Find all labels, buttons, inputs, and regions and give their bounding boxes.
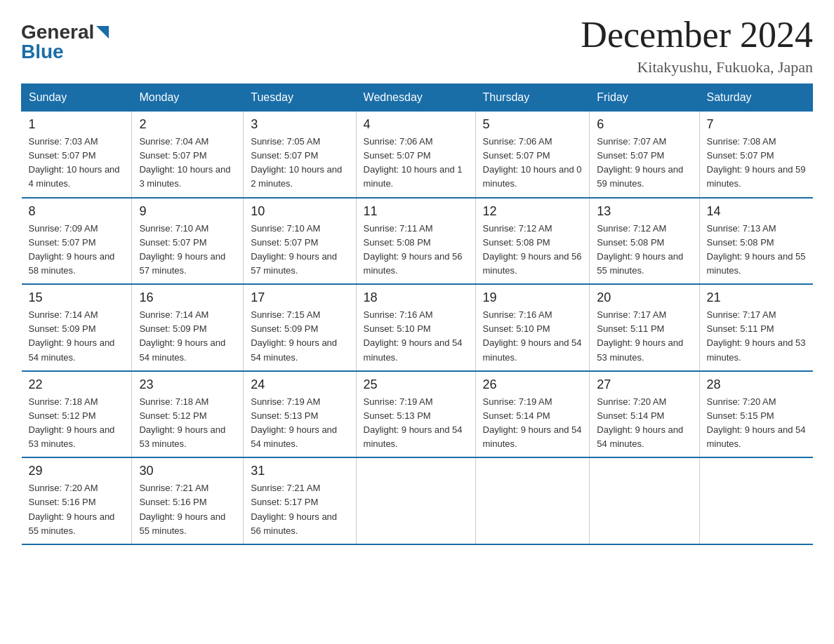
day-info: Sunrise: 7:21 AMSunset: 5:16 PMDaylight:… [139, 481, 236, 538]
table-row: 30Sunrise: 7:21 AMSunset: 5:16 PMDayligh… [132, 457, 244, 544]
calendar-week-row: 22Sunrise: 7:18 AMSunset: 5:12 PMDayligh… [22, 371, 813, 458]
table-row: 4Sunrise: 7:06 AMSunset: 5:07 PMDaylight… [356, 112, 475, 198]
day-info: Sunrise: 7:15 AMSunset: 5:09 PMDaylight:… [251, 308, 348, 365]
table-row: 3Sunrise: 7:05 AMSunset: 5:07 PMDaylight… [244, 112, 356, 198]
table-row: 23Sunrise: 7:18 AMSunset: 5:12 PMDayligh… [132, 371, 244, 458]
day-number: 1 [29, 117, 125, 132]
day-info: Sunrise: 7:12 AMSunset: 5:08 PMDaylight:… [483, 222, 583, 279]
day-number: 25 [364, 377, 468, 392]
table-row: 1Sunrise: 7:03 AMSunset: 5:07 PMDaylight… [22, 112, 132, 198]
logo: General Blue [21, 14, 109, 63]
day-number: 16 [139, 290, 236, 305]
day-info: Sunrise: 7:06 AMSunset: 5:07 PMDaylight:… [483, 135, 583, 192]
day-info: Sunrise: 7:21 AMSunset: 5:17 PMDaylight:… [251, 481, 348, 538]
day-number: 8 [29, 204, 125, 219]
day-number: 23 [139, 377, 236, 392]
table-row [356, 457, 475, 544]
day-info: Sunrise: 7:17 AMSunset: 5:11 PMDaylight:… [597, 308, 691, 365]
table-row: 29Sunrise: 7:20 AMSunset: 5:16 PMDayligh… [22, 457, 132, 544]
calendar-title: December 2024 [581, 14, 813, 55]
table-row [699, 457, 812, 544]
day-info: Sunrise: 7:03 AMSunset: 5:07 PMDaylight:… [29, 135, 125, 192]
table-row: 9Sunrise: 7:10 AMSunset: 5:07 PMDaylight… [132, 198, 244, 285]
day-number: 19 [483, 290, 583, 305]
col-tuesday: Tuesday [244, 84, 356, 112]
day-number: 21 [707, 290, 806, 305]
day-number: 20 [597, 290, 691, 305]
table-row: 2Sunrise: 7:04 AMSunset: 5:07 PMDaylight… [132, 112, 244, 198]
calendar-week-row: 15Sunrise: 7:14 AMSunset: 5:09 PMDayligh… [22, 284, 813, 371]
day-number: 2 [139, 117, 236, 132]
day-number: 3 [251, 117, 348, 132]
table-row: 17Sunrise: 7:15 AMSunset: 5:09 PMDayligh… [244, 284, 356, 371]
table-row: 21Sunrise: 7:17 AMSunset: 5:11 PMDayligh… [699, 284, 812, 371]
table-row: 25Sunrise: 7:19 AMSunset: 5:13 PMDayligh… [356, 371, 475, 458]
day-number: 6 [597, 117, 691, 132]
table-row: 22Sunrise: 7:18 AMSunset: 5:12 PMDayligh… [22, 371, 132, 458]
table-row: 15Sunrise: 7:14 AMSunset: 5:09 PMDayligh… [22, 284, 132, 371]
day-info: Sunrise: 7:07 AMSunset: 5:07 PMDaylight:… [597, 135, 691, 192]
day-info: Sunrise: 7:12 AMSunset: 5:08 PMDaylight:… [597, 222, 691, 279]
calendar-table: Sunday Monday Tuesday Wednesday Thursday… [21, 83, 813, 545]
day-info: Sunrise: 7:18 AMSunset: 5:12 PMDaylight:… [139, 395, 236, 452]
table-row: 5Sunrise: 7:06 AMSunset: 5:07 PMDaylight… [475, 112, 590, 198]
day-number: 11 [364, 204, 468, 219]
day-info: Sunrise: 7:20 AMSunset: 5:16 PMDaylight:… [29, 481, 125, 538]
day-number: 27 [597, 377, 691, 392]
col-thursday: Thursday [475, 84, 590, 112]
table-row: 10Sunrise: 7:10 AMSunset: 5:07 PMDayligh… [244, 198, 356, 285]
day-number: 10 [251, 204, 348, 219]
day-number: 31 [251, 464, 348, 478]
day-number: 4 [364, 117, 468, 132]
day-number: 22 [29, 377, 125, 392]
day-info: Sunrise: 7:08 AMSunset: 5:07 PMDaylight:… [707, 135, 806, 192]
day-info: Sunrise: 7:09 AMSunset: 5:07 PMDaylight:… [29, 222, 125, 279]
table-row: 7Sunrise: 7:08 AMSunset: 5:07 PMDaylight… [699, 112, 812, 198]
day-info: Sunrise: 7:18 AMSunset: 5:12 PMDaylight:… [29, 395, 125, 452]
table-row: 27Sunrise: 7:20 AMSunset: 5:14 PMDayligh… [590, 371, 699, 458]
day-number: 28 [707, 377, 806, 392]
day-info: Sunrise: 7:20 AMSunset: 5:15 PMDaylight:… [707, 395, 806, 452]
day-info: Sunrise: 7:17 AMSunset: 5:11 PMDaylight:… [707, 308, 806, 365]
col-sunday: Sunday [22, 84, 132, 112]
table-row: 18Sunrise: 7:16 AMSunset: 5:10 PMDayligh… [356, 284, 475, 371]
table-row [590, 457, 699, 544]
day-info: Sunrise: 7:16 AMSunset: 5:10 PMDaylight:… [364, 308, 468, 365]
page-header: General Blue December 2024 Kitakyushu, F… [21, 14, 813, 76]
day-number: 17 [251, 290, 348, 305]
calendar-subtitle: Kitakyushu, Fukuoka, Japan [581, 58, 813, 76]
calendar-week-row: 29Sunrise: 7:20 AMSunset: 5:16 PMDayligh… [22, 457, 813, 544]
table-row [475, 457, 590, 544]
day-info: Sunrise: 7:11 AMSunset: 5:08 PMDaylight:… [364, 222, 468, 279]
day-info: Sunrise: 7:10 AMSunset: 5:07 PMDaylight:… [251, 222, 348, 279]
day-number: 15 [29, 290, 125, 305]
day-number: 7 [707, 117, 806, 132]
calendar-week-row: 1Sunrise: 7:03 AMSunset: 5:07 PMDaylight… [22, 112, 813, 198]
table-row: 19Sunrise: 7:16 AMSunset: 5:10 PMDayligh… [475, 284, 590, 371]
day-number: 5 [483, 117, 583, 132]
day-number: 18 [364, 290, 468, 305]
day-number: 13 [597, 204, 691, 219]
day-number: 30 [139, 464, 236, 478]
table-row: 20Sunrise: 7:17 AMSunset: 5:11 PMDayligh… [590, 284, 699, 371]
day-info: Sunrise: 7:19 AMSunset: 5:13 PMDaylight:… [364, 395, 468, 452]
table-row: 14Sunrise: 7:13 AMSunset: 5:08 PMDayligh… [699, 198, 812, 285]
table-row: 31Sunrise: 7:21 AMSunset: 5:17 PMDayligh… [244, 457, 356, 544]
day-info: Sunrise: 7:13 AMSunset: 5:08 PMDaylight:… [707, 222, 806, 279]
day-number: 12 [483, 204, 583, 219]
day-number: 9 [139, 204, 236, 219]
day-info: Sunrise: 7:19 AMSunset: 5:13 PMDaylight:… [251, 395, 348, 452]
table-row: 8Sunrise: 7:09 AMSunset: 5:07 PMDaylight… [22, 198, 132, 285]
day-info: Sunrise: 7:16 AMSunset: 5:10 PMDaylight:… [483, 308, 583, 365]
day-info: Sunrise: 7:20 AMSunset: 5:14 PMDaylight:… [597, 395, 691, 452]
day-info: Sunrise: 7:14 AMSunset: 5:09 PMDaylight:… [29, 308, 125, 365]
day-number: 29 [29, 464, 125, 478]
col-wednesday: Wednesday [356, 84, 475, 112]
day-info: Sunrise: 7:04 AMSunset: 5:07 PMDaylight:… [139, 135, 236, 192]
calendar-week-row: 8Sunrise: 7:09 AMSunset: 5:07 PMDaylight… [22, 198, 813, 285]
day-info: Sunrise: 7:14 AMSunset: 5:09 PMDaylight:… [139, 308, 236, 365]
table-row: 26Sunrise: 7:19 AMSunset: 5:14 PMDayligh… [475, 371, 590, 458]
day-info: Sunrise: 7:05 AMSunset: 5:07 PMDaylight:… [251, 135, 348, 192]
svg-marker-0 [96, 26, 109, 39]
table-row: 24Sunrise: 7:19 AMSunset: 5:13 PMDayligh… [244, 371, 356, 458]
